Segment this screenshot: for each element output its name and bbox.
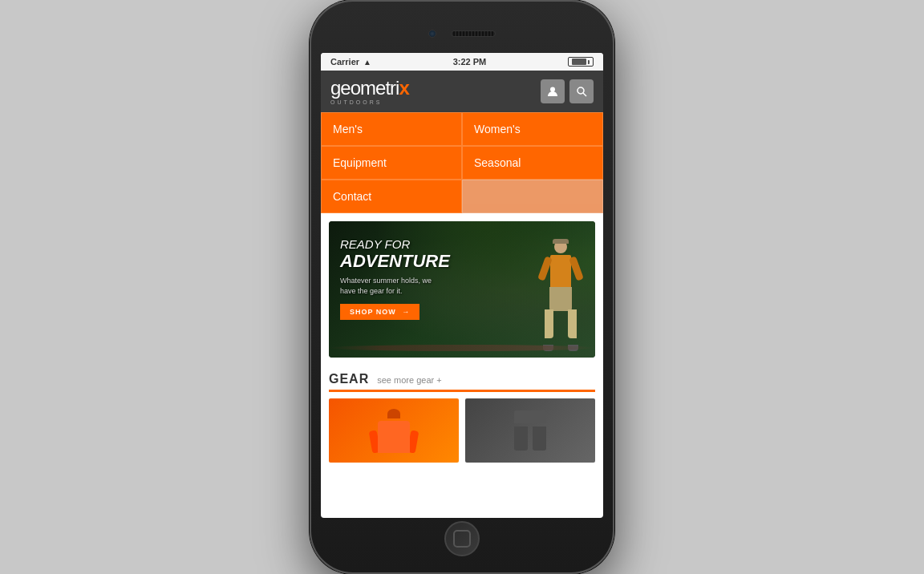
gear-title: GEAR (329, 372, 369, 386)
hero-banner: READY FOR ADVENTURE Whatever summer hold… (329, 221, 595, 358)
logo: geometrix OUTDOORS (330, 79, 409, 105)
person-leg-right (568, 309, 577, 338)
gear-header: GEAR see more gear + (329, 366, 595, 390)
pants-waist (514, 410, 546, 423)
phone-bottom (321, 518, 603, 560)
gear-more-link[interactable]: see more gear + (377, 375, 441, 385)
search-button[interactable] (569, 79, 594, 103)
nav-item-mens[interactable]: Men's (321, 112, 462, 146)
wifi-icon: ▲ (363, 58, 371, 67)
speaker-grille (451, 30, 496, 37)
header-icons (541, 79, 594, 103)
gear-item-pants[interactable] (465, 398, 595, 463)
battery-indicator (568, 57, 594, 67)
nav-item-womens[interactable]: Women's (462, 112, 603, 146)
pants-leg-left (514, 426, 528, 451)
nav-item-seasonal[interactable]: Seasonal (462, 146, 603, 180)
hero-tagline-1: READY FOR (340, 237, 450, 252)
hero-cta-label: SHOP NOW (350, 308, 396, 316)
person-hat (553, 239, 569, 244)
nav-item-empty (462, 180, 603, 213)
status-bar: Carrier ▲ 3:22 PM (321, 53, 603, 71)
jacket-body (378, 421, 410, 453)
app-header: geometrix OUTDOORS (321, 71, 603, 112)
hero-text: READY FOR ADVENTURE Whatever summer hold… (340, 237, 450, 320)
nav-menu: Men's Women's Equipment Seasonal Contact (321, 112, 603, 213)
carrier-label: Carrier (330, 57, 359, 67)
logo-text: geometrix (330, 79, 409, 98)
nav-item-contact[interactable]: Contact (321, 180, 462, 213)
jacket-collar (387, 409, 400, 418)
person-torso (550, 255, 571, 289)
logo-accent: x (399, 77, 408, 99)
phone-screen: Carrier ▲ 3:22 PM geometrix OUTDOORS (321, 53, 603, 518)
phone-top (321, 14, 603, 53)
hero-description: Whatever summer holds, wehave the gear f… (340, 276, 444, 296)
person-shorts (549, 287, 572, 311)
svg-point-0 (550, 87, 555, 92)
profile-button[interactable] (541, 79, 565, 103)
gear-divider (329, 390, 595, 392)
search-icon (576, 86, 587, 97)
jacket-image (374, 409, 414, 453)
hero-tagline-2: ADVENTURE (340, 252, 450, 271)
hero-cta-button[interactable]: SHOP NOW → (340, 304, 419, 320)
person-icon (547, 86, 558, 97)
person-leg-left (545, 309, 553, 338)
logo-subtitle: OUTDOORS (330, 99, 409, 105)
nav-item-equipment[interactable]: Equipment (321, 146, 462, 180)
status-left: Carrier ▲ (330, 57, 371, 67)
svg-line-2 (583, 93, 586, 96)
pants-leg-right (533, 426, 546, 451)
hero-cta-arrow: → (399, 308, 411, 316)
gear-section: GEAR see more gear + (321, 366, 603, 463)
hero-log (329, 345, 595, 351)
status-time: 3:22 PM (453, 57, 487, 67)
gear-item-jacket[interactable] (329, 398, 459, 463)
phone-frame: Carrier ▲ 3:22 PM geometrix OUTDOORS (310, 0, 614, 574)
gear-grid (329, 398, 595, 463)
svg-point-1 (578, 87, 584, 94)
pants-image (513, 410, 548, 451)
hero-person (537, 221, 584, 358)
home-button-inner (453, 530, 471, 548)
camera-dot (428, 30, 436, 38)
home-button[interactable] (444, 521, 480, 556)
